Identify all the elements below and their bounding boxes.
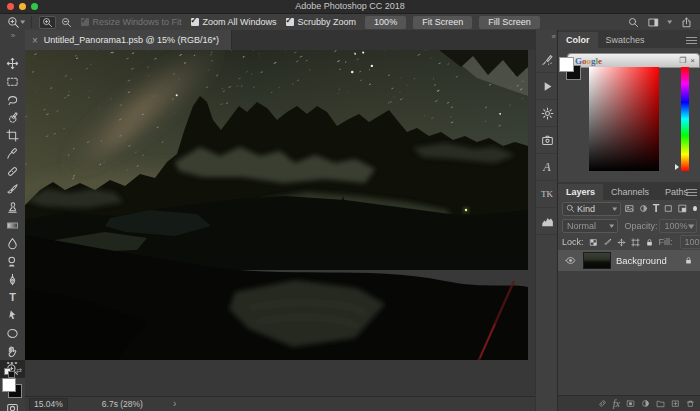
healing-brush-tool[interactable] [0,162,25,180]
layers-empty-area [558,271,700,395]
chevron-down-icon: ▾ [20,18,25,26]
brush-settings-panel-button[interactable] [536,46,558,73]
foreground-color-swatch[interactable] [2,378,16,392]
blend-mode-dropdown[interactable]: Normal ▾ [562,219,618,233]
workspace-switcher-icon[interactable] [648,17,659,28]
adjustments-panel-button[interactable] [536,100,558,127]
lock-pixels-icon[interactable] [603,238,612,247]
quick-selection-tool[interactable] [0,108,25,126]
panel-menu-icon[interactable] [686,187,697,196]
edit-toolbar-button[interactable]: ••• [0,358,25,367]
share-icon[interactable] [681,17,692,28]
lock-artboard-icon[interactable] [631,238,640,247]
layer-mask-icon[interactable] [626,399,635,408]
lasso-tool[interactable] [0,90,25,108]
layer-name: Background [616,255,679,266]
zoom-in-button[interactable] [39,16,56,29]
fill-value-dropdown[interactable]: 100% ▾ [680,235,700,249]
google-maximize-icon[interactable]: ❐ [679,57,686,65]
new-group-icon[interactable] [656,399,665,408]
checkbox-scrubby-zoom[interactable]: Scrubby Zoom [286,17,357,27]
marquee-tool[interactable] [0,72,25,90]
panel-menu-icon[interactable] [686,35,697,44]
crop-tool-icon [6,129,19,142]
clone-source-panel-icon [541,134,554,147]
opacity-value-dropdown[interactable]: 100% ▾ [659,219,697,233]
quick-mask-button[interactable] [0,402,25,411]
pen-tool-icon [6,273,19,286]
swap-colors-icon[interactable]: ⇄ [16,367,22,375]
zoom-tool-preset[interactable]: ▾ [7,16,25,29]
layer-row-background[interactable]: Background [558,250,700,271]
type-layer-filter-icon[interactable]: T [653,203,660,214]
gradient-tool[interactable] [0,216,25,234]
color-panel-foreground-swatch[interactable] [559,57,574,72]
crop-tool[interactable] [0,126,25,144]
adjustment-layer-filter-icon[interactable] [639,204,648,213]
default-colors-control[interactable]: ⇄ [0,367,25,378]
blend-mode-row: Normal ▾ Opacity: 100% ▾ [558,217,700,234]
tab-swatches[interactable]: Swatches [598,32,653,48]
chevron-down-icon: ▾ [613,205,618,213]
move-tool[interactable] [0,54,25,72]
type-tool[interactable]: T [0,288,25,306]
status-zoom-field[interactable]: 15.04% [29,398,68,410]
new-layer-icon[interactable] [671,399,680,408]
zoom-out-button[interactable] [58,16,75,29]
smart-object-filter-icon[interactable] [678,204,687,213]
search-icon[interactable] [628,17,639,28]
tab-channels[interactable]: Channels [603,184,657,200]
lock-position-icon[interactable] [617,238,626,247]
layer-filter-kind-dropdown[interactable]: Kind ▾ [562,202,621,216]
tab-color[interactable]: Color [558,32,598,48]
eyedropper-tool[interactable] [0,144,25,162]
delete-layer-icon[interactable] [686,399,695,408]
shape-tool[interactable] [0,324,25,342]
dock-collapse-button[interactable]: « [552,32,555,41]
layer-lock-icon[interactable] [684,256,693,265]
tab-layers[interactable]: Layers [558,184,603,200]
document-tab[interactable]: × Untitled_Panorama1.psb @ 15% (RGB/16*) [25,30,232,50]
layer-style-icon[interactable]: fx [613,398,620,409]
layer-filter-toggle[interactable] [693,206,697,211]
pen-tool[interactable] [0,270,25,288]
google-mini-window[interactable]: Google ❐ × [568,54,699,67]
fit-screen-button[interactable]: Fit Screen [413,16,472,29]
layer-visibility-toggle[interactable] [562,255,578,266]
zoom-100-button[interactable]: 100% [365,16,406,29]
actions-panel-button[interactable] [536,73,558,100]
eyedropper-tool-icon [6,147,19,160]
hand-tool-icon [6,345,19,358]
panel-dock: « ATK [535,30,558,411]
brush-tool[interactable] [0,180,25,198]
toolbar-expand-button[interactable]: » [0,31,25,40]
hue-slider-arrow-icon[interactable] [675,164,679,170]
blur-tool[interactable] [0,234,25,252]
character-panel-button[interactable]: A [536,154,558,181]
histogram-panel-button[interactable] [536,208,558,235]
status-doc-info: 6.7s (28%) [102,399,143,409]
layer-thumbnail[interactable] [583,252,611,269]
dodge-tool[interactable] [0,252,25,270]
tk-extension-panel-button[interactable]: TK [536,181,558,208]
lock-all-icon[interactable] [645,238,654,247]
shape-layer-filter-icon[interactable] [664,204,673,213]
link-layers-icon[interactable] [598,399,607,408]
checkbox-box[interactable] [191,18,199,26]
checkbox-zoom-all-windows[interactable]: Zoom All Windows [191,17,277,27]
fill-screen-button[interactable]: Fill Screen [479,16,540,29]
checkbox-box[interactable] [286,18,294,26]
google-close-icon[interactable]: × [690,57,695,65]
status-menu-chevron-icon[interactable]: › [173,399,176,409]
clone-source-panel-button[interactable] [536,127,558,154]
saturation-brightness-field[interactable] [589,67,659,171]
pixel-layer-filter-icon[interactable] [625,204,634,213]
new-adjustment-layer-icon[interactable] [641,399,650,408]
tab-close-icon[interactable]: × [32,35,38,46]
hue-ramp[interactable] [681,67,689,171]
clone-stamp-tool[interactable] [0,198,25,216]
canvas-image[interactable] [25,50,528,360]
path-selection-tool[interactable] [0,306,25,324]
lock-transparency-icon[interactable] [589,238,598,247]
color-panel-tabs: ColorSwatches [558,30,700,48]
